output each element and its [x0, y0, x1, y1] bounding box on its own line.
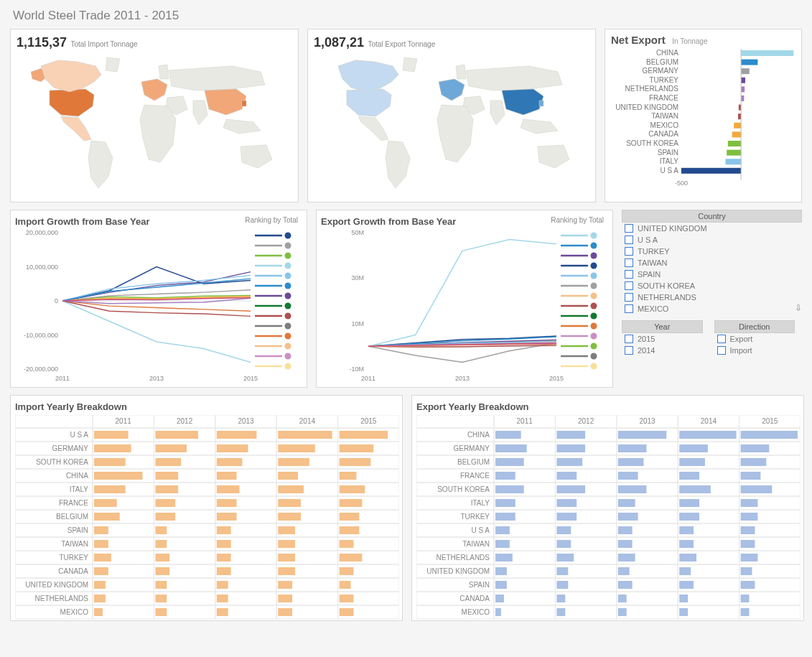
import-world-map[interactable] — [17, 50, 294, 194]
filter-country-item[interactable]: SOUTH KOREA — [622, 280, 802, 292]
filter-year-checkbox[interactable] — [625, 346, 633, 355]
svg-text:CHINA: CHINA — [656, 49, 678, 57]
svg-point-46 — [285, 263, 291, 269]
svg-text:2011: 2011 — [55, 375, 70, 382]
svg-text:TAIWAN: TAIWAN — [61, 540, 88, 548]
filter-country-item[interactable]: TAIWAN — [622, 257, 802, 269]
svg-rect-121 — [217, 431, 257, 439]
svg-rect-237 — [94, 567, 108, 575]
filter-country-checkbox[interactable] — [625, 236, 633, 244]
scroll-down-icon[interactable]: ⇩ — [795, 303, 802, 313]
filter-country-checkbox[interactable] — [625, 247, 633, 256]
svg-rect-159 — [278, 472, 298, 480]
filter-year-item[interactable]: 2015 — [622, 333, 703, 345]
net-export-card: Net Export In Tonnage CHINABELGIUMGERMAN… — [605, 29, 802, 202]
svg-point-90 — [591, 303, 597, 309]
svg-text:SOUTH KOREA: SOUTH KOREA — [437, 485, 490, 493]
svg-rect-147 — [278, 458, 309, 466]
svg-rect-408 — [618, 554, 635, 562]
svg-rect-328 — [741, 458, 767, 466]
svg-rect-117 — [94, 431, 129, 439]
svg-rect-374 — [679, 513, 699, 521]
svg-rect-123 — [278, 431, 332, 439]
svg-text:2011: 2011 — [116, 417, 132, 425]
import-yearly-title: Import Yearly Breakdown — [15, 401, 398, 412]
export-growth-chart[interactable]: 50M30M10M-10M201120132015 — [321, 227, 610, 385]
svg-rect-165 — [94, 485, 126, 493]
export-yearly-chart[interactable]: 20112012201320142015CHINAGERMANYBELGIUMF… — [416, 415, 801, 622]
filter-country-item[interactable]: NETHERLANDS — [622, 292, 802, 303]
svg-text:NETHERLANDS: NETHERLANDS — [35, 595, 89, 602]
filter-country-header: Country — [622, 210, 802, 223]
svg-rect-440 — [495, 595, 504, 602]
filter-direction-item[interactable]: Import — [714, 345, 795, 356]
svg-rect-436 — [741, 581, 755, 589]
filter-country-checkbox[interactable] — [625, 293, 633, 302]
svg-rect-392 — [495, 540, 510, 548]
svg-rect-239 — [155, 567, 169, 575]
svg-point-94 — [591, 323, 597, 330]
svg-rect-145 — [217, 458, 243, 466]
svg-text:CHINA: CHINA — [66, 472, 88, 480]
svg-rect-181 — [217, 499, 237, 507]
net-export-chart[interactable]: CHINABELGIUMGERMANYTURKEYNETHERLANDSFRAN… — [610, 47, 798, 200]
filter-country-item[interactable]: SPAIN — [622, 269, 802, 280]
svg-text:FRANCE: FRANCE — [59, 499, 88, 507]
svg-rect-350 — [679, 485, 711, 493]
svg-rect-279 — [278, 608, 292, 616]
svg-point-58 — [285, 323, 291, 330]
svg-rect-398 — [679, 540, 694, 548]
svg-text:-10M: -10M — [349, 365, 364, 373]
svg-rect-452 — [495, 608, 501, 616]
svg-rect-430 — [556, 581, 568, 589]
svg-rect-177 — [94, 499, 117, 507]
svg-rect-410 — [679, 554, 696, 562]
svg-rect-334 — [556, 472, 577, 480]
svg-point-78 — [591, 243, 597, 249]
filter-country-item[interactable]: MEXICO — [622, 303, 802, 314]
svg-point-48 — [285, 273, 291, 279]
filter-country-checkbox[interactable] — [625, 304, 633, 313]
svg-rect-257 — [340, 581, 351, 589]
filter-country-item[interactable]: UNITED KINGDOM — [622, 223, 802, 234]
svg-rect-129 — [94, 444, 131, 452]
svg-rect-251 — [155, 581, 167, 589]
svg-point-92 — [591, 313, 597, 320]
svg-rect-231 — [278, 554, 295, 562]
filter-direction-checkbox[interactable] — [717, 335, 726, 343]
filter-year-checkbox[interactable] — [625, 335, 633, 343]
filter-country-item[interactable]: TURKEY — [622, 246, 802, 257]
svg-text:TAIWAN: TAIWAN — [651, 112, 678, 120]
svg-text:2015: 2015 — [243, 375, 258, 382]
svg-text:SOUTH KOREA: SOUTH KOREA — [626, 139, 678, 147]
filter-country-checkbox[interactable] — [625, 281, 633, 290]
svg-rect-265 — [217, 595, 228, 602]
svg-rect-195 — [278, 513, 301, 521]
filter-country-label: MEXICO — [638, 304, 668, 313]
svg-text:CANADA: CANADA — [459, 595, 490, 602]
svg-text:BELGIUM: BELGIUM — [646, 58, 678, 66]
svg-rect-364 — [741, 499, 758, 507]
svg-text:2011: 2011 — [361, 375, 375, 382]
export-world-map[interactable] — [314, 50, 591, 194]
filter-year-item[interactable]: 2014 — [622, 345, 703, 356]
import-yearly-chart[interactable]: 20112012201320142015U S AGERMANYSOUTH KO… — [15, 415, 399, 622]
svg-rect-384 — [618, 526, 633, 534]
svg-rect-382 — [556, 526, 571, 534]
import-yearly-card: Import Yearly Breakdown 2011201220132014… — [10, 395, 403, 621]
filter-country-checkbox[interactable] — [625, 224, 633, 233]
filter-country-item[interactable]: U S A — [622, 234, 802, 246]
import-growth-chart[interactable]: 20,000,00010,000,0000-10,000,000-20,000,… — [15, 227, 304, 385]
svg-rect-456 — [618, 608, 627, 616]
filter-direction-checkbox[interactable] — [717, 346, 726, 355]
filter-direction-item[interactable]: Export — [714, 333, 795, 345]
svg-rect-308 — [495, 444, 527, 452]
filter-country-checkbox[interactable] — [625, 270, 633, 279]
svg-rect-314 — [679, 444, 708, 452]
svg-text:UNITED KINGDOM: UNITED KINGDOM — [25, 581, 88, 589]
filter-country-checkbox[interactable] — [625, 258, 633, 267]
svg-rect-296 — [495, 431, 521, 439]
svg-rect-205 — [217, 526, 231, 534]
svg-rect-269 — [340, 595, 354, 602]
export-yearly-card: Export Yearly Breakdown 2011201220132014… — [411, 395, 804, 621]
